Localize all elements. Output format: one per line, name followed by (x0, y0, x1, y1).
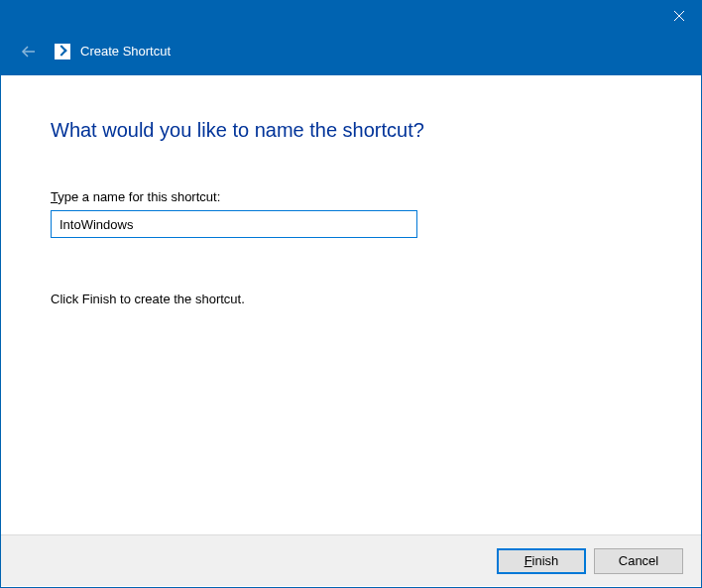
shortcut-name-input[interactable] (51, 210, 417, 238)
window-controls (656, 1, 701, 31)
finish-accel: F (525, 553, 532, 568)
shortcut-icon (55, 44, 70, 59)
page-heading: What would you like to name the shortcut… (51, 119, 651, 142)
close-button[interactable] (656, 1, 701, 31)
finish-text: inish (532, 553, 559, 568)
back-arrow-icon (19, 42, 39, 61)
close-icon (673, 10, 685, 22)
input-label: Type a name for this shortcut: (51, 189, 651, 204)
back-button (17, 40, 41, 63)
finish-button[interactable]: Finish (497, 548, 586, 574)
footer: Finish Cancel (1, 534, 701, 586)
cancel-button[interactable]: Cancel (594, 548, 683, 574)
input-label-text: ype a name for this shortcut: (58, 189, 220, 204)
wizard-title: Create Shortcut (80, 44, 171, 59)
content-area: What would you like to name the shortcut… (1, 75, 701, 306)
titlebar: Create Shortcut (1, 1, 701, 75)
instruction-text: Click Finish to create the shortcut. (51, 292, 651, 306)
